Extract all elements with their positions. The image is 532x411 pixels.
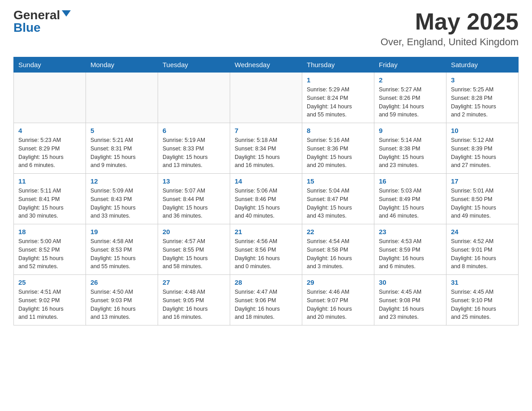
location-text: Over, England, United Kingdom	[381, 36, 519, 48]
day-number: 2	[379, 76, 442, 84]
weekday-header-wednesday: Wednesday	[230, 57, 302, 73]
calendar-cell: 1Sunrise: 5:29 AM Sunset: 8:24 PM Daylig…	[302, 73, 374, 123]
calendar-cell: 14Sunrise: 5:06 AM Sunset: 8:46 PM Dayli…	[230, 174, 302, 224]
day-number: 1	[307, 76, 369, 84]
day-number: 13	[163, 177, 225, 185]
day-info: Sunrise: 5:14 AM Sunset: 8:38 PM Dayligh…	[379, 136, 442, 170]
day-info: Sunrise: 4:56 AM Sunset: 8:56 PM Dayligh…	[235, 237, 297, 271]
weekday-header-sunday: Sunday	[14, 57, 86, 73]
calendar-cell	[158, 73, 230, 123]
day-info: Sunrise: 4:54 AM Sunset: 8:58 PM Dayligh…	[307, 237, 369, 271]
day-number: 25	[18, 278, 81, 286]
calendar-cell: 24Sunrise: 4:52 AM Sunset: 9:01 PM Dayli…	[446, 224, 519, 275]
calendar-cell: 8Sunrise: 5:16 AM Sunset: 8:36 PM Daylig…	[302, 123, 374, 174]
weekday-header-thursday: Thursday	[302, 57, 374, 73]
day-info: Sunrise: 4:45 AM Sunset: 9:08 PM Dayligh…	[379, 288, 442, 321]
day-number: 8	[307, 127, 369, 134]
day-info: Sunrise: 4:58 AM Sunset: 8:53 PM Dayligh…	[90, 237, 153, 271]
calendar-cell: 27Sunrise: 4:48 AM Sunset: 9:05 PM Dayli…	[158, 275, 230, 325]
day-number: 7	[235, 127, 297, 134]
day-number: 3	[451, 76, 514, 84]
calendar-table: SundayMondayTuesdayWednesdayThursdayFrid…	[13, 57, 519, 325]
logo-triangle-icon	[62, 10, 71, 17]
day-number: 30	[379, 278, 442, 286]
month-title: May 2025	[381, 9, 519, 34]
day-info: Sunrise: 5:11 AM Sunset: 8:41 PM Dayligh…	[18, 187, 81, 220]
day-number: 21	[235, 228, 297, 235]
day-info: Sunrise: 5:25 AM Sunset: 8:28 PM Dayligh…	[451, 86, 514, 119]
calendar-cell: 28Sunrise: 4:47 AM Sunset: 9:06 PM Dayli…	[230, 275, 302, 325]
day-info: Sunrise: 4:45 AM Sunset: 9:10 PM Dayligh…	[451, 288, 514, 321]
calendar-cell: 25Sunrise: 4:51 AM Sunset: 9:02 PM Dayli…	[14, 275, 86, 325]
day-info: Sunrise: 5:18 AM Sunset: 8:34 PM Dayligh…	[235, 136, 297, 170]
day-number: 12	[90, 177, 153, 185]
day-info: Sunrise: 5:16 AM Sunset: 8:36 PM Dayligh…	[307, 136, 369, 170]
calendar-cell: 20Sunrise: 4:57 AM Sunset: 8:55 PM Dayli…	[158, 224, 230, 275]
day-info: Sunrise: 5:09 AM Sunset: 8:43 PM Dayligh…	[90, 187, 153, 220]
calendar-cell: 23Sunrise: 4:53 AM Sunset: 8:59 PM Dayli…	[374, 224, 446, 275]
week-row-2: 4Sunrise: 5:23 AM Sunset: 8:29 PM Daylig…	[14, 123, 519, 174]
day-number: 22	[307, 228, 369, 235]
calendar-cell: 21Sunrise: 4:56 AM Sunset: 8:56 PM Dayli…	[230, 224, 302, 275]
day-number: 23	[379, 228, 442, 235]
day-info: Sunrise: 5:23 AM Sunset: 8:29 PM Dayligh…	[18, 136, 81, 170]
calendar-cell: 13Sunrise: 5:07 AM Sunset: 8:44 PM Dayli…	[158, 174, 230, 224]
calendar-cell: 17Sunrise: 5:01 AM Sunset: 8:50 PM Dayli…	[446, 174, 519, 224]
calendar-cell: 29Sunrise: 4:46 AM Sunset: 9:07 PM Dayli…	[302, 275, 374, 325]
calendar-cell: 22Sunrise: 4:54 AM Sunset: 8:58 PM Dayli…	[302, 224, 374, 275]
day-info: Sunrise: 5:01 AM Sunset: 8:50 PM Dayligh…	[451, 187, 514, 220]
calendar-cell	[230, 73, 302, 123]
calendar-cell: 7Sunrise: 5:18 AM Sunset: 8:34 PM Daylig…	[230, 123, 302, 174]
calendar-cell: 11Sunrise: 5:11 AM Sunset: 8:41 PM Dayli…	[14, 174, 86, 224]
day-info: Sunrise: 4:57 AM Sunset: 8:55 PM Dayligh…	[163, 237, 225, 271]
day-number: 18	[18, 228, 81, 235]
day-number: 11	[18, 177, 81, 185]
day-info: Sunrise: 5:00 AM Sunset: 8:52 PM Dayligh…	[18, 237, 81, 271]
day-info: Sunrise: 5:03 AM Sunset: 8:49 PM Dayligh…	[379, 187, 442, 220]
calendar-cell: 5Sunrise: 5:21 AM Sunset: 8:31 PM Daylig…	[86, 123, 158, 174]
day-number: 27	[163, 278, 225, 286]
week-row-4: 18Sunrise: 5:00 AM Sunset: 8:52 PM Dayli…	[14, 224, 519, 275]
day-info: Sunrise: 4:47 AM Sunset: 9:06 PM Dayligh…	[235, 288, 297, 321]
day-info: Sunrise: 5:29 AM Sunset: 8:24 PM Dayligh…	[307, 86, 369, 119]
day-number: 17	[451, 177, 514, 185]
day-number: 4	[18, 127, 81, 134]
week-row-3: 11Sunrise: 5:11 AM Sunset: 8:41 PM Dayli…	[14, 174, 519, 224]
calendar-cell: 6Sunrise: 5:19 AM Sunset: 8:33 PM Daylig…	[158, 123, 230, 174]
calendar-cell	[14, 73, 86, 123]
header-right: May 2025 Over, England, United Kingdom	[381, 9, 519, 48]
day-number: 9	[379, 127, 442, 134]
day-number: 6	[163, 127, 225, 134]
day-number: 20	[163, 228, 225, 235]
day-number: 28	[235, 278, 297, 286]
calendar-cell: 9Sunrise: 5:14 AM Sunset: 8:38 PM Daylig…	[374, 123, 446, 174]
calendar-cell: 15Sunrise: 5:04 AM Sunset: 8:47 PM Dayli…	[302, 174, 374, 224]
day-info: Sunrise: 4:53 AM Sunset: 8:59 PM Dayligh…	[379, 237, 442, 271]
calendar-cell: 16Sunrise: 5:03 AM Sunset: 8:49 PM Dayli…	[374, 174, 446, 224]
calendar-cell: 3Sunrise: 5:25 AM Sunset: 8:28 PM Daylig…	[446, 73, 519, 123]
day-number: 19	[90, 228, 153, 235]
calendar-cell: 31Sunrise: 4:45 AM Sunset: 9:10 PM Dayli…	[446, 275, 519, 325]
weekday-header-monday: Monday	[86, 57, 158, 73]
calendar-cell: 18Sunrise: 5:00 AM Sunset: 8:52 PM Dayli…	[14, 224, 86, 275]
calendar-cell: 4Sunrise: 5:23 AM Sunset: 8:29 PM Daylig…	[14, 123, 86, 174]
day-number: 14	[235, 177, 297, 185]
day-info: Sunrise: 5:06 AM Sunset: 8:46 PM Dayligh…	[235, 187, 297, 220]
page-header: General Blue May 2025 Over, England, Uni…	[13, 9, 519, 48]
day-number: 24	[451, 228, 514, 235]
calendar-cell: 10Sunrise: 5:12 AM Sunset: 8:39 PM Dayli…	[446, 123, 519, 174]
weekday-header-friday: Friday	[374, 57, 446, 73]
day-number: 5	[90, 127, 153, 134]
day-info: Sunrise: 4:52 AM Sunset: 9:01 PM Dayligh…	[451, 237, 514, 271]
day-info: Sunrise: 5:19 AM Sunset: 8:33 PM Dayligh…	[163, 136, 225, 170]
day-info: Sunrise: 4:48 AM Sunset: 9:05 PM Dayligh…	[163, 288, 225, 321]
day-info: Sunrise: 5:12 AM Sunset: 8:39 PM Dayligh…	[451, 136, 514, 170]
logo: General Blue	[13, 9, 71, 34]
calendar-cell: 26Sunrise: 4:50 AM Sunset: 9:03 PM Dayli…	[86, 275, 158, 325]
day-info: Sunrise: 5:21 AM Sunset: 8:31 PM Dayligh…	[90, 136, 153, 170]
day-number: 15	[307, 177, 369, 185]
day-number: 31	[451, 278, 514, 286]
calendar-cell: 19Sunrise: 4:58 AM Sunset: 8:53 PM Dayli…	[86, 224, 158, 275]
calendar-cell: 12Sunrise: 5:09 AM Sunset: 8:43 PM Dayli…	[86, 174, 158, 224]
calendar-cell: 30Sunrise: 4:45 AM Sunset: 9:08 PM Dayli…	[374, 275, 446, 325]
